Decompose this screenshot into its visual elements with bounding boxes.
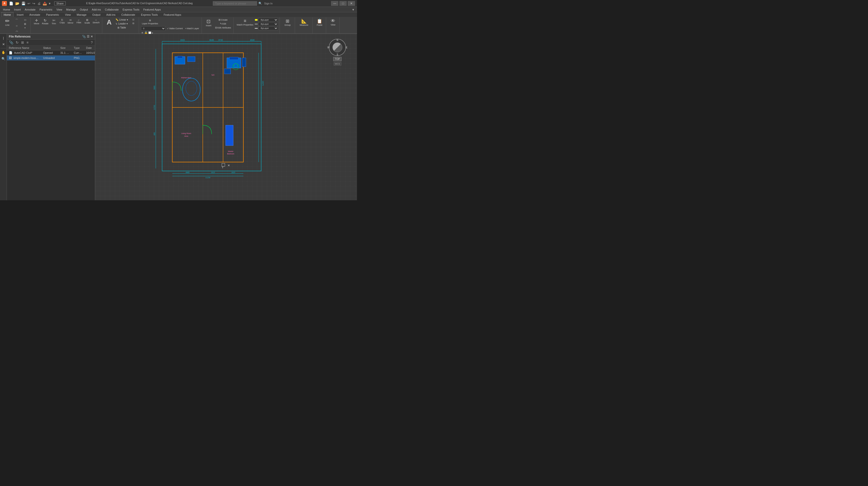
search-icon[interactable]: 🔍 xyxy=(258,2,262,5)
tab-manage[interactable]: Manage xyxy=(74,12,89,17)
group-button[interactable]: ⊞ Group xyxy=(283,18,292,27)
leader-button[interactable]: ↳Leader ▾ xyxy=(115,22,129,26)
panel-close-icon[interactable]: ✕ xyxy=(91,35,93,38)
tab-add-ins[interactable]: Add-ins xyxy=(104,12,118,17)
ref-name-header: Reference Name xyxy=(7,47,41,49)
paste-button[interactable]: 📋 Paste xyxy=(315,18,324,27)
dim-more-button[interactable]: ⊟ xyxy=(129,22,137,25)
attach-file-button[interactable]: 📎 xyxy=(8,40,14,45)
zoom-tool[interactable]: 🔍 xyxy=(0,56,6,62)
menu-add-ins[interactable]: Add-ins xyxy=(90,8,103,11)
create-block-button[interactable]: ⊞Create xyxy=(214,18,232,22)
linear-dim-button[interactable]: 📏Linear ▾ xyxy=(115,18,129,22)
group-icon: ⊞ xyxy=(286,19,289,24)
tab-insert[interactable]: Insert xyxy=(14,12,26,17)
pan-tool[interactable]: ✋ xyxy=(0,49,6,55)
more-draw[interactable]: ▾ xyxy=(21,26,29,29)
polyline-button[interactable]: ⌒ xyxy=(13,18,21,23)
measure-button[interactable]: 📐 Measure xyxy=(299,18,309,27)
close-button[interactable]: ✕ xyxy=(348,1,355,6)
trim-button[interactable]: ✄Trim xyxy=(50,18,58,25)
menu-featured-apps[interactable]: Featured Apps xyxy=(141,8,163,11)
close-panel[interactable]: ✕ xyxy=(0,41,6,47)
undo-button[interactable]: ↩ xyxy=(27,1,31,6)
maximize-button[interactable]: □ xyxy=(339,1,347,6)
panel-menu-icon[interactable]: ☰ xyxy=(87,35,90,38)
table-row[interactable]: 📄 AutoCAD Civil* Opened 31.1 KB Current … xyxy=(7,50,95,55)
insert-button[interactable]: ⊡ Insert xyxy=(204,18,214,27)
plot-button[interactable]: 🖨 xyxy=(36,1,41,6)
tab-output[interactable]: Output xyxy=(90,12,103,17)
stretch-button[interactable]: ↔Stretch xyxy=(92,18,101,24)
row-type: Current xyxy=(72,51,84,54)
tab-featured-apps[interactable]: Featured Apps xyxy=(161,12,184,17)
tab-home[interactable]: Home xyxy=(1,12,13,17)
make-current-button[interactable]: ✓ Make Current xyxy=(166,27,184,30)
arc-button[interactable]: ⌓ xyxy=(13,28,21,33)
line-tool[interactable]: | xyxy=(0,35,6,41)
table-button[interactable]: ⊞Table xyxy=(115,26,129,29)
hatch-button[interactable]: ⊞ xyxy=(21,22,29,26)
edit-attrs-button[interactable]: ⊟Edit Attributes xyxy=(214,26,232,29)
rotate-button[interactable]: ↻Rotate xyxy=(41,18,50,25)
redo-button[interactable]: ↪ xyxy=(32,1,36,6)
copy-button[interactable]: ⎘Copy xyxy=(58,18,66,24)
compass-top-button[interactable]: TOP xyxy=(333,57,342,61)
tree-view-button[interactable]: ⊞ xyxy=(20,40,25,45)
menu-home[interactable]: Home xyxy=(1,8,12,11)
menu-output[interactable]: Output xyxy=(78,8,90,11)
scale-button[interactable]: ⊞Scale xyxy=(83,18,91,25)
move-button[interactable]: ✛Move xyxy=(33,18,40,25)
dim-style-button[interactable]: ⊡ xyxy=(129,18,137,21)
window-title: E:\Eagle-Hive\SourceCAD\YouTube\AutoCAD … xyxy=(66,2,213,5)
circle-button[interactable]: ○ xyxy=(13,24,21,28)
color-selector[interactable]: ByLayer xyxy=(258,18,278,22)
save-button[interactable]: 💾 xyxy=(21,1,26,6)
menu-express-tools[interactable]: Express Tools xyxy=(121,8,141,11)
mirror-button[interactable]: ⇔Mirror xyxy=(67,18,74,25)
tab-parametric[interactable]: Parametric xyxy=(43,12,62,17)
text-button[interactable]: A xyxy=(104,18,114,27)
menu-manage[interactable]: Manage xyxy=(64,8,78,11)
minimize-button[interactable]: — xyxy=(331,1,338,6)
attach-icon[interactable]: 📎 xyxy=(82,35,86,38)
menu-annotate[interactable]: Annotate xyxy=(23,8,37,11)
menu-parametric[interactable]: Parametric xyxy=(37,8,55,11)
tab-collaborate[interactable]: Collaborate xyxy=(119,12,138,17)
edit-block-button[interactable]: ✎Edit xyxy=(214,22,232,26)
open-button[interactable]: 📂 xyxy=(14,1,20,6)
table-row[interactable]: 🖼 simple-modern-house-floor-pla... ● Unl… xyxy=(7,55,95,61)
refresh-button[interactable]: ↻ xyxy=(15,40,19,45)
svg-text:11700: 11700 xyxy=(153,105,155,110)
tab-express-tools[interactable]: Express Tools xyxy=(138,12,160,17)
view-button[interactable]: 👁 View xyxy=(328,18,338,27)
line-button[interactable]: ✏ Line xyxy=(2,18,12,27)
menu-collaborate[interactable]: Collaborate xyxy=(103,8,121,11)
share-button[interactable]: Share xyxy=(54,1,66,5)
tab-view[interactable]: View xyxy=(62,12,73,17)
create-label: Create xyxy=(221,19,227,21)
menu-insert[interactable]: Insert xyxy=(12,8,23,11)
fillet-button[interactable]: ⌐Fillet xyxy=(75,18,83,24)
rectangle-button[interactable]: ▭ xyxy=(21,18,29,22)
tab-annotate[interactable]: Annotate xyxy=(27,12,43,17)
svg-text:4040: 4040 xyxy=(250,39,255,41)
match-layer-button[interactable]: ≈ Match Layer xyxy=(184,27,200,30)
linetype-selector[interactable]: ByLayer xyxy=(258,22,278,26)
make-current-label: Make Current xyxy=(169,27,183,30)
layer-properties-button[interactable]: ≡ Layer Properties xyxy=(141,18,159,25)
sign-in-button[interactable]: Sign In xyxy=(264,2,272,5)
list-view-button[interactable]: ≡ xyxy=(26,40,29,45)
qat-dropdown[interactable]: ▾ xyxy=(48,1,51,6)
help-button[interactable]: ? xyxy=(90,40,93,45)
search-input[interactable] xyxy=(213,1,257,6)
viewport[interactable]: 6645 1815 3720 4040 11700 5665 895 Kitch… xyxy=(95,34,357,200)
match-properties-button[interactable]: ≡ Match Properties xyxy=(236,18,254,27)
lineweight-selector[interactable]: ByLayer xyxy=(258,26,278,30)
ribbon-collapse-icon[interactable]: ▾ xyxy=(352,8,354,11)
make-current-icon: ✓ xyxy=(167,27,169,30)
new-button[interactable]: 📄 xyxy=(8,1,14,6)
menu-view[interactable]: View xyxy=(55,8,64,11)
publish-button[interactable]: 📤 xyxy=(42,1,48,6)
layer-selector[interactable]: 0 xyxy=(141,26,165,31)
